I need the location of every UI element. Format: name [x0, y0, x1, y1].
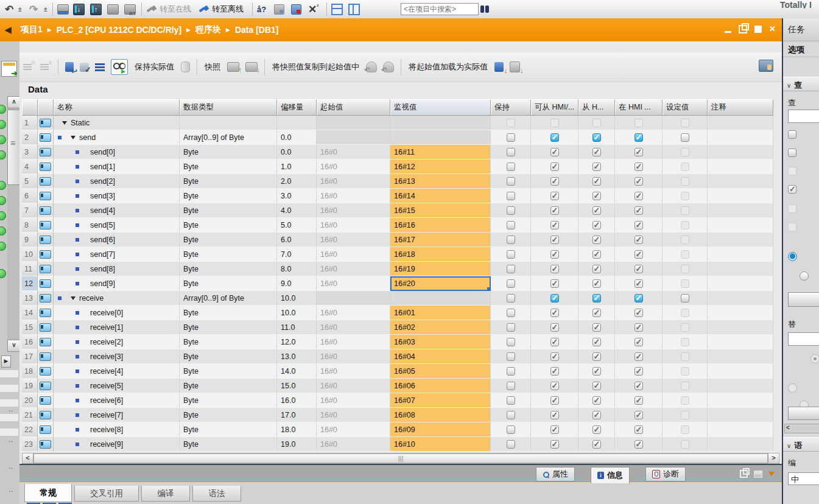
col-header-name[interactable]: 名称	[54, 99, 180, 116]
visible-in-hmi-cell[interactable]	[615, 247, 663, 262]
comment-cell[interactable]	[708, 276, 773, 291]
setpoint-checkbox[interactable]	[681, 148, 689, 156]
scroll-down-icon[interactable]: ∨	[7, 340, 21, 352]
start-value-cell[interactable]: 16#0	[317, 262, 390, 276]
monitor-value-cell[interactable]	[390, 116, 491, 130]
row-number-cell[interactable]: 19	[22, 379, 38, 393]
search-input[interactable]	[401, 3, 479, 15]
breadcrumb-program-blocks[interactable]: 程序块	[195, 24, 221, 35]
visible-in-hmi-cell[interactable]	[615, 203, 663, 218]
data-type-cell[interactable]: Byte	[180, 349, 277, 364]
retain-cell[interactable]	[491, 349, 531, 364]
accessible-from-hmi-cell[interactable]	[531, 349, 578, 364]
cross-reference-icon[interactable]: ✕²	[308, 2, 318, 16]
monitor-value-cell[interactable]: 16#19	[390, 262, 491, 276]
accessible-from-hmi-checkbox[interactable]	[550, 323, 559, 332]
copy-snapshot-icon[interactable]	[366, 59, 377, 75]
retain-checkbox[interactable]	[507, 382, 515, 390]
visible-in-hmi-cell[interactable]	[615, 349, 663, 364]
retain-checkbox[interactable]	[507, 396, 515, 405]
accessible-from-hmi-checkbox[interactable]	[550, 367, 559, 376]
col-header-retain[interactable]: 保持	[491, 99, 531, 116]
setpoint-cell[interactable]	[663, 262, 708, 276]
setpoint-cell[interactable]	[663, 335, 708, 349]
writable-from-hmi-cell[interactable]	[578, 233, 615, 247]
writable-from-hmi-checkbox[interactable]	[592, 133, 601, 142]
languages-resources-section-header[interactable]: ∨语	[783, 437, 819, 452]
expander-icon[interactable]	[71, 136, 76, 139]
retain-checkbox[interactable]	[507, 148, 515, 156]
copy-snapshot-to-start-button[interactable]: 将快照值复制到起始值中	[272, 61, 359, 72]
visible-in-hmi-checkbox[interactable]	[634, 352, 643, 361]
retain-checkbox[interactable]	[507, 133, 515, 142]
retain-checkbox[interactable]	[507, 119, 515, 127]
row-number-cell[interactable]: 11	[22, 262, 38, 276]
writable-from-hmi-cell[interactable]	[578, 276, 615, 291]
retain-cell[interactable]	[491, 393, 531, 408]
start-value-cell[interactable]: 16#0	[317, 203, 390, 218]
setpoint-cell[interactable]	[663, 276, 708, 291]
variable-name-cell[interactable]: receive[9]	[54, 437, 180, 452]
accessible-from-hmi-cell[interactable]	[531, 276, 578, 291]
find-input[interactable]	[788, 110, 819, 123]
setpoint-cell[interactable]	[663, 291, 708, 306]
setpoint-checkbox[interactable]	[681, 265, 689, 273]
minimize-icon[interactable]	[725, 31, 731, 33]
visible-in-hmi-cell[interactable]	[615, 262, 663, 276]
start-value-cell[interactable]: 16#0	[317, 189, 390, 203]
go-offline-button[interactable]: 转至离线	[212, 2, 244, 16]
visible-in-hmi-cell[interactable]	[615, 335, 663, 349]
comment-cell[interactable]	[708, 203, 773, 218]
writable-from-hmi-checkbox[interactable]	[592, 265, 601, 273]
data-type-cell[interactable]: Byte	[180, 262, 277, 276]
writable-from-hmi-checkbox[interactable]	[592, 367, 601, 376]
retain-checkbox[interactable]	[507, 177, 515, 186]
redo-dropdown-icon[interactable]: ±	[44, 2, 47, 16]
accessible-from-hmi-checkbox[interactable]	[550, 119, 559, 127]
comment-cell[interactable]	[708, 145, 773, 159]
accessible-from-hmi-checkbox[interactable]	[550, 279, 559, 288]
retain-checkbox[interactable]	[507, 265, 515, 273]
col-header-rownum[interactable]	[22, 99, 38, 116]
visible-in-hmi-cell[interactable]	[615, 437, 663, 452]
retain-cell[interactable]	[491, 189, 531, 203]
writable-from-hmi-checkbox[interactable]	[592, 396, 601, 405]
writable-from-hmi-cell[interactable]	[578, 437, 615, 452]
comment-cell[interactable]	[708, 291, 773, 306]
visible-in-hmi-cell[interactable]	[615, 189, 663, 203]
writable-from-hmi-cell[interactable]	[578, 145, 615, 159]
accessible-from-hmi-checkbox[interactable]	[550, 206, 559, 215]
find-option-checkbox[interactable]	[788, 167, 796, 175]
data-type-cell[interactable]: Byte	[180, 145, 277, 159]
variable-name-cell[interactable]: receive[5]	[54, 379, 180, 393]
data-type-cell[interactable]: Byte	[180, 203, 277, 218]
writable-from-hmi-cell[interactable]	[578, 349, 615, 364]
writable-from-hmi-checkbox[interactable]	[592, 279, 601, 288]
writable-from-hmi-checkbox[interactable]	[592, 192, 601, 200]
monitor-value-cell[interactable]: 16#01	[390, 306, 491, 320]
visible-in-hmi-cell[interactable]	[615, 379, 663, 393]
horizontal-scrollbar-thumb[interactable]	[33, 453, 768, 463]
close-icon[interactable]: ✕	[769, 24, 776, 34]
col-header-monitor-value[interactable]: 监视值	[390, 99, 491, 116]
comment-cell[interactable]	[708, 174, 773, 189]
setpoint-checkbox[interactable]	[681, 177, 689, 186]
embed-inspector-icon[interactable]	[754, 471, 762, 478]
retain-checkbox[interactable]	[507, 411, 515, 419]
monitor-value-cell[interactable]: 16#02	[390, 320, 491, 335]
retain-cell[interactable]	[491, 130, 531, 145]
accessible-from-hmi-cell[interactable]	[531, 291, 578, 306]
runtime-icon[interactable]: RT	[124, 2, 136, 16]
retain-cell[interactable]	[491, 233, 531, 247]
load-start-as-actual-button[interactable]: 将起始值加载为实际值	[409, 61, 488, 72]
writable-from-hmi-checkbox[interactable]	[592, 148, 601, 156]
setpoint-checkbox[interactable]	[681, 382, 689, 390]
accessible-from-hmi-cell[interactable]	[531, 408, 578, 422]
setpoint-checkbox[interactable]	[681, 119, 689, 127]
go-online-button[interactable]: 转至在线	[160, 2, 191, 16]
monitor-value-cell[interactable]: 16#11	[390, 145, 491, 159]
visible-in-hmi-checkbox[interactable]	[634, 294, 643, 303]
data-type-cell[interactable]: Byte	[180, 335, 277, 349]
start-value-cell[interactable]: 16#0	[317, 335, 390, 349]
writable-from-hmi-checkbox[interactable]	[592, 177, 601, 186]
